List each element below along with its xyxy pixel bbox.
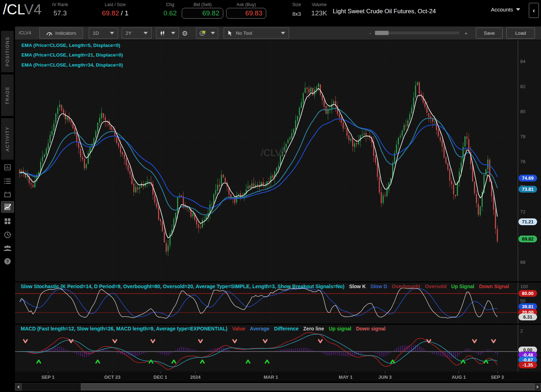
macd-canvas[interactable]: [15, 325, 541, 372]
ema34-label: EMA (Price=CLOSE, Length=34, Displace=0): [21, 62, 123, 68]
time-axis-label: MAR 1: [264, 374, 278, 380]
pattern-icon: [199, 30, 206, 36]
bid-button[interactable]: 69.82: [182, 8, 223, 19]
stochastic-legend: Slow KSlow DOverboughtOversoldUp SignalD…: [349, 284, 509, 289]
axis-value-badge: 71.21: [518, 218, 537, 225]
size-label: Size: [286, 2, 307, 7]
time-axis-label: DEC 1: [153, 374, 167, 380]
chart-watermark: /CLV4: [261, 147, 287, 159]
macd-panel[interactable]: MACD (Fast length=12, Slow length=26, MA…: [15, 325, 541, 372]
stochastic-legend-item: Oversold: [425, 284, 447, 289]
axis-tick-label: 84: [520, 59, 539, 64]
stochastic-header: Slow Stochastic (K Period=14, D Period=9…: [21, 284, 517, 289]
macd-header: MACD (Fast length=12, Slow length=26, MA…: [21, 326, 517, 331]
chevron-down-icon: [516, 8, 520, 11]
chart-icon[interactable]: [1, 201, 14, 213]
stochastic-legend-item: Slow D: [370, 284, 387, 289]
macd-legend-item: Average: [250, 326, 269, 331]
last-size-label: Last / Size: [94, 2, 137, 7]
arrow-left-icon: [17, 385, 19, 389]
apps-grid-icon[interactable]: [1, 216, 14, 227]
pattern-dropdown[interactable]: [196, 28, 218, 39]
chart-toolbar: /CLV4 Indicators 1D 2Y ⚙ No Tool - + Sav…: [15, 26, 541, 40]
axis-tick-label: 78: [520, 134, 539, 139]
axis-tick-label: 72: [520, 209, 539, 214]
zoom-out-button[interactable]: -: [369, 30, 371, 36]
price-chart-panel[interactable]: /CLV4 EMA (Price=CLOSE, Length=5, Displa…: [15, 40, 541, 281]
iv-rank-value: 57.3: [49, 9, 71, 17]
help-icon[interactable]: ?: [1, 256, 14, 267]
bid-label: Bid (Sell): [182, 2, 223, 7]
time-axis-label: JUN 3: [379, 374, 392, 380]
candlestick-icon: [160, 30, 165, 36]
scroll-left-button[interactable]: [15, 383, 21, 391]
scrollbar-thumb[interactable]: [81, 383, 534, 390]
list-icon[interactable]: [1, 175, 14, 187]
stochastic-panel[interactable]: Slow Stochastic (K Period=14, D Period=9…: [15, 282, 541, 324]
load-button[interactable]: Load: [506, 28, 535, 39]
time-axis-label: OCT 23: [104, 374, 121, 380]
zoom-slider-thumb[interactable]: [375, 31, 389, 35]
axis-tick-label: 100: [520, 284, 539, 289]
axis-value-badge: -1.35: [518, 362, 537, 368]
price-chart-canvas[interactable]: [15, 40, 541, 281]
scroll-right-button[interactable]: [535, 383, 541, 391]
time-axis-label: AUG 1: [452, 374, 466, 380]
gauge-icon: [46, 30, 53, 36]
chg-label: Chg: [157, 2, 184, 7]
time-axis: SEP 1OCT 23DEC 12024MAR 1MAY 1JUN 3AUG 1…: [15, 372, 541, 382]
time-axis-label: SEP 1: [42, 374, 55, 380]
scrollbar-track[interactable]: [21, 383, 535, 391]
macd-legend-item: Difference: [274, 326, 298, 331]
sidebar-tab-positions[interactable]: POSITIONS: [1, 31, 14, 72]
accounts-dropdown[interactable]: Accounts: [491, 6, 520, 13]
indicators-button[interactable]: Indicators: [39, 28, 83, 39]
volume-label: Volume: [308, 2, 330, 7]
time-axis-tick: [48, 372, 48, 373]
chevron-down-icon: [211, 32, 215, 34]
people-icon[interactable]: [1, 242, 14, 254]
left-sidebar: POSITIONS TRADE ACTIVITY ?: [0, 22, 15, 392]
chevron-down-icon: [143, 32, 148, 34]
zoom-in-button[interactable]: +: [464, 30, 468, 36]
chevron-down-icon: [281, 32, 285, 34]
zoom-slider[interactable]: [375, 32, 459, 34]
drawing-tool-dropdown[interactable]: No Tool: [224, 28, 289, 39]
time-axis-tick: [112, 372, 113, 373]
stochastic-legend-item: Overbought: [392, 284, 420, 289]
size-value: 8x3: [286, 11, 307, 17]
symbol-title: /CLV4: [3, 1, 42, 18]
sidebar-tab-trade[interactable]: TRADE: [1, 74, 14, 116]
ask-label: Ask (Buy): [226, 2, 266, 7]
time-axis-label: MAY 1: [339, 374, 352, 380]
macd-legend-item: Up signal: [329, 326, 351, 331]
chart-workspace: /CLV4 Indicators 1D 2Y ⚙ No Tool - + Sav…: [15, 22, 541, 392]
macd-settings: MACD (Fast length=12, Slow length=26, MA…: [21, 326, 228, 331]
ask-button[interactable]: 69.83: [226, 8, 266, 19]
collapse-panel-button[interactable]: ‹: [529, 3, 539, 18]
ledger-icon[interactable]: [1, 162, 14, 173]
chart-type-dropdown[interactable]: [156, 28, 179, 39]
sidebar-tab-activity[interactable]: ACTIVITY: [1, 118, 14, 160]
chevron-down-icon: [171, 32, 175, 34]
history-clock-icon[interactable]: [1, 229, 14, 241]
timeframe-dropdown[interactable]: 1D: [89, 28, 118, 39]
time-axis-tick: [160, 372, 161, 373]
chart-scrollbar[interactable]: [15, 382, 541, 391]
settings-gear-icon[interactable]: ⚙: [182, 29, 188, 38]
axis-value-badge: 69.82: [518, 236, 537, 242]
axis-tick-label: 2: [520, 328, 539, 334]
time-axis-label: SEP 3: [491, 374, 504, 380]
ema5-label: EMA (Price=CLOSE, Length=5, Displace=0): [21, 43, 120, 48]
axis-value-badge: 80.00: [518, 290, 537, 297]
macd-legend-item: Value: [232, 326, 245, 331]
svg-text:?: ?: [6, 259, 9, 264]
stochastic-settings: Slow Stochastic (K Period=14, D Period=9…: [21, 284, 345, 289]
iv-rank-label: IV Rank: [49, 2, 71, 7]
axis-tick-label: 82: [520, 84, 539, 89]
save-button[interactable]: Save: [476, 28, 503, 39]
range-dropdown[interactable]: 2Y: [122, 28, 152, 39]
tv-icon[interactable]: [1, 189, 14, 200]
time-axis-tick: [271, 372, 271, 373]
time-axis-label: 2024: [190, 374, 201, 380]
